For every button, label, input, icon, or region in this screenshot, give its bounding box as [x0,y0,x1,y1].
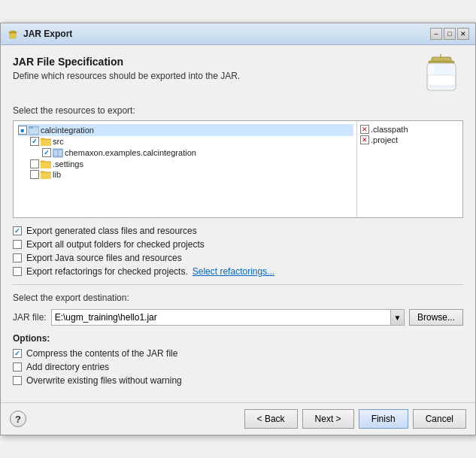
extra-item-project[interactable]: ✕ .project [360,135,459,145]
checkbox-lib[interactable] [30,170,39,179]
tree-item-lib[interactable]: lib [30,169,353,180]
project-icon [29,125,39,135]
title-bar-left: JAR Export [7,28,72,40]
checkbox-project-file[interactable]: ✕ [360,135,369,144]
export-output-label: Export all output folders for checked pr… [26,239,205,250]
tree-label-lib: lib [53,170,61,179]
extras-pane[interactable]: ✕ .classpath ✕ .project [357,121,462,217]
select-refactorings-link[interactable]: Select refactorings... [193,266,274,277]
options-label: Options: [13,333,463,344]
export-java-label: Export Java source files and resources [26,253,182,263]
jar-title-icon [7,28,19,40]
title-bar-buttons: – □ ✕ [430,28,469,40]
add-directory-label: Add directory entries [26,362,109,372]
folder-icon-lib [41,170,51,179]
dialog-footer: ? < Back Next > Finish Cancel [1,402,475,435]
minimize-button[interactable]: – [430,28,442,40]
section-title: JAR File Specification [13,56,240,68]
tree-label-chemaxon: chemaxon.examples.calcintegration [65,148,196,157]
tree-item-settings[interactable]: .settings [30,159,353,169]
header-area: JAR File Specification Define which reso… [13,56,463,96]
jar-input-wrapper: ▼ [51,309,405,326]
export-options: ✓ Export generated class files and resou… [13,226,463,277]
cancel-button[interactable]: Cancel [413,409,466,429]
export-java-source-row: Export Java source files and resources [13,253,463,263]
compress-row: ✓ Compress the contents of the JAR file [13,348,463,359]
footer-buttons: < Back Next > Finish Cancel [244,409,466,429]
overwrite-label: Overwrite existing files without warning [26,375,182,386]
tree-item-chemaxon[interactable]: ✓ chemaxon.examples.calcintegration [42,147,353,159]
jar-file-input[interactable] [51,309,391,326]
svg-rect-12 [29,129,38,134]
checkbox-calcintegration[interactable]: ■ [18,126,27,135]
jar-file-label: JAR file: [13,312,47,323]
tree-item-calcintegration[interactable]: ■ calcintegration [18,124,353,136]
resources-label: Select the resources to export: [13,105,463,116]
export-output-folders-row: Export all output folders for checked pr… [13,239,463,250]
checkbox-src[interactable]: ✓ [30,137,39,146]
export-class-label: Export generated class files and resourc… [26,226,197,236]
title-bar: JAR Export – □ ✕ [1,23,475,45]
main-content: JAR File Specification Define which reso… [1,45,475,402]
checkbox-compress[interactable]: ✓ [13,349,22,358]
folder-icon-settings [41,159,51,168]
checkbox-export-class[interactable]: ✓ [13,226,22,235]
section-subtitle: Define which resources should be exporte… [13,71,240,81]
back-button[interactable]: < Back [244,409,298,429]
tree-label-calcintegration: calcintegration [41,126,94,135]
add-directory-row: Add directory entries [13,362,463,372]
export-refactoring-label: Export refactorings for checked projects… [26,266,188,277]
label-project-file: .project [371,135,398,144]
maximize-button[interactable]: □ [444,28,456,40]
options-section: ✓ Compress the contents of the JAR file … [13,348,463,386]
checkbox-settings[interactable] [30,159,39,168]
footer-left: ? [10,411,26,427]
package-icon [53,147,63,158]
tree-item-src[interactable]: ✓ src [30,136,353,147]
extra-item-classpath[interactable]: ✕ .classpath [360,124,459,135]
export-refactorings-row: Export refactorings for checked projects… [13,266,463,277]
jar-dropdown-button[interactable]: ▼ [391,309,405,326]
jar-illustration [421,53,460,96]
resources-panel: ■ calcintegration ✓ src [13,120,463,218]
checkbox-overwrite[interactable] [13,376,22,385]
close-button[interactable]: ✕ [457,28,469,40]
tree-label-src: src [53,137,64,146]
compress-label: Compress the contents of the JAR file [26,348,177,359]
svg-rect-11 [29,126,33,129]
svg-rect-2 [9,32,17,33]
checkbox-add-directory[interactable] [13,362,22,372]
tree-label-settings: .settings [53,159,83,168]
svg-rect-8 [428,75,455,86]
export-class-files-row: ✓ Export generated class files and resou… [13,226,463,236]
jar-file-row: JAR file: ▼ Browse... [13,309,463,326]
tree-pane[interactable]: ■ calcintegration ✓ src [14,121,357,217]
checkbox-export-refactoring[interactable] [13,267,22,276]
folder-icon-src [41,137,51,146]
browse-button[interactable]: Browse... [409,309,463,326]
destination-label: Select the export destination: [13,293,463,303]
label-classpath: .classpath [371,125,408,134]
checkbox-chemaxon[interactable]: ✓ [42,148,51,157]
finish-button[interactable]: Finish [359,409,408,429]
checkbox-classpath[interactable]: ✕ [360,125,369,134]
window-title: JAR Export [23,29,72,39]
next-button[interactable]: Next > [302,409,354,429]
overwrite-row: Overwrite existing files without warning [13,375,463,386]
separator-1 [13,284,463,285]
checkbox-export-output[interactable] [13,240,22,249]
help-button[interactable]: ? [10,411,26,427]
checkbox-export-java[interactable] [13,253,22,262]
jar-export-window: JAR Export – □ ✕ JAR File Specification … [0,23,476,435]
